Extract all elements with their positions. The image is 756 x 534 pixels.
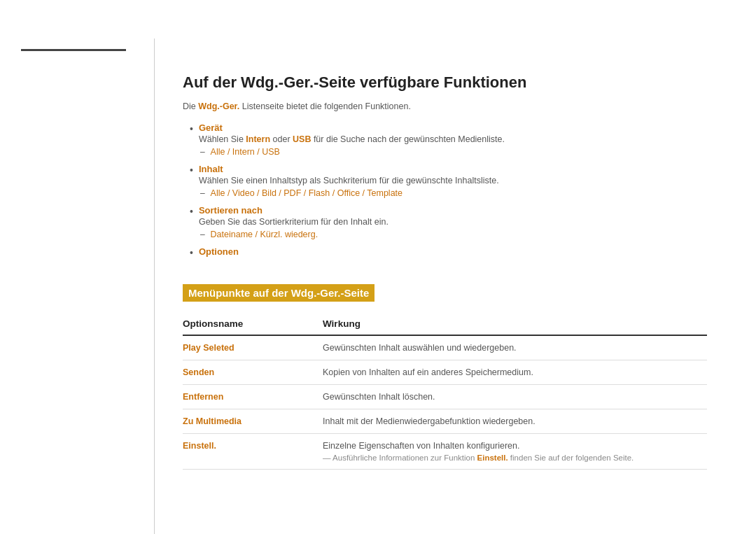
sidebar-line <box>21 49 126 51</box>
list-item: • Inhalt Wählen Sie einen Inhaltstyp als… <box>190 164 707 198</box>
sidebar <box>0 0 154 534</box>
bullet-dot: • <box>190 246 193 260</box>
main-content: Auf der Wdg.-Ger.-Seite verfügbare Funkt… <box>154 38 735 534</box>
note-after: finden Sie auf der folgenden Seite. <box>508 454 634 462</box>
sub-text-sortieren: Dateiname / Kürzl. wiederg. <box>211 230 318 239</box>
option-desc-senden: Kopien von Inhalten auf ein anderes Spei… <box>323 360 707 384</box>
list-item: • Optionen <box>190 246 707 260</box>
intro-text: Die Wdg.-Ger. Listenseite bietet die fol… <box>183 101 707 111</box>
table-row: Senden Kopien von Inhalten auf ein ander… <box>183 360 707 384</box>
list-item: • Gerät Wählen Sie Intern oder USB für d… <box>190 122 707 157</box>
feature-list: • Gerät Wählen Sie Intern oder USB für d… <box>190 122 707 260</box>
dash: – <box>200 147 205 157</box>
table-row: Einstell. Einzelne Eigenschaften von Inh… <box>183 433 707 469</box>
page-title: Auf der Wdg.-Ger.-Seite verfügbare Funkt… <box>183 73 707 92</box>
sub-item-inhalt: – Alle / Video / Bild / PDF / Flash / Of… <box>200 188 707 198</box>
bullet-content-optionen: Optionen <box>199 246 707 257</box>
table-header-row: Optionsname Wirkung <box>183 314 707 335</box>
note-before: ― Ausführliche Informationen zur Funktio… <box>323 454 477 462</box>
bullet-desc-inhalt: Wählen Sie einen Inhaltstyp als Suchkrit… <box>199 176 707 185</box>
bullet-desc-sortieren: Geben Sie das Sortierkriterium für den I… <box>199 217 707 227</box>
einstell-note: ― Ausführliche Informationen zur Funktio… <box>323 454 700 462</box>
bullet-title-geraet: Gerät <box>199 122 223 133</box>
col-header-wirkung: Wirkung <box>323 314 707 335</box>
sub-text-inhalt: Alle / Video / Bild / PDF / Flash / Offi… <box>211 188 402 198</box>
intro-link: Wdg.-Ger. <box>198 101 239 111</box>
bullet-dot: • <box>190 164 193 178</box>
table-row: Play Seleted Gewünschten Inhalt auswähle… <box>183 335 707 360</box>
bullet-content-inhalt: Inhalt Wählen Sie einen Inhaltstyp als S… <box>199 164 707 198</box>
bullet-dot: • <box>190 122 193 136</box>
dash: – <box>200 188 205 198</box>
options-table: Optionsname Wirkung Play Seleted Gewünsc… <box>183 314 707 470</box>
table-row: Zu Multimedia Inhalt mit der Medienwiede… <box>183 409 707 433</box>
einstell-desc: Einzelne Eigenschaften von Inhalten konf… <box>323 441 519 451</box>
intro-after: Listenseite bietet die folgenden Funktio… <box>239 101 411 111</box>
sub-item-sortieren: – Dateiname / Kürzl. wiederg. <box>200 230 707 239</box>
bullet-title-optionen: Optionen <box>199 246 239 257</box>
option-desc-play: Gewünschten Inhalt auswählen und wiederg… <box>323 335 707 360</box>
option-name-senden: Senden <box>183 360 323 384</box>
intro-before: Die <box>183 101 198 111</box>
option-name-play: Play Seleted <box>183 335 323 360</box>
bullet-content-geraet: Gerät Wählen Sie Intern oder USB für die… <box>199 122 707 157</box>
option-desc-einstell: Einzelne Eigenschaften von Inhalten konf… <box>323 433 707 469</box>
option-desc-multimedia: Inhalt mit der Medienwiedergabefunktion … <box>323 409 707 433</box>
list-item: • Sortieren nach Geben Sie das Sortierkr… <box>190 205 707 239</box>
table-row: Entfernen Gewünschten Inhalt löschen. <box>183 384 707 409</box>
bullet-dot: • <box>190 205 193 219</box>
bullet-desc-geraet: Wählen Sie Intern oder USB für die Suche… <box>199 134 707 144</box>
sub-text-geraet: Alle / Intern / USB <box>211 147 280 157</box>
col-header-optionsname: Optionsname <box>183 314 323 335</box>
option-name-einstell: Einstell. <box>183 433 323 469</box>
sub-item-geraet: – Alle / Intern / USB <box>200 147 707 157</box>
dash: – <box>200 230 205 239</box>
bullet-title-inhalt: Inhalt <box>199 164 223 174</box>
option-desc-entfernen: Gewünschten Inhalt löschen. <box>323 384 707 409</box>
note-link: Einstell. <box>477 454 508 462</box>
option-name-entfernen: Entfernen <box>183 384 323 409</box>
option-name-multimedia: Zu Multimedia <box>183 409 323 433</box>
bullet-content-sortieren: Sortieren nach Geben Sie das Sortierkrit… <box>199 205 707 239</box>
section-heading: Menüpunkte auf der Wdg.-Ger.-Seite <box>183 284 374 302</box>
bullet-title-sortieren: Sortieren nach <box>199 205 262 216</box>
